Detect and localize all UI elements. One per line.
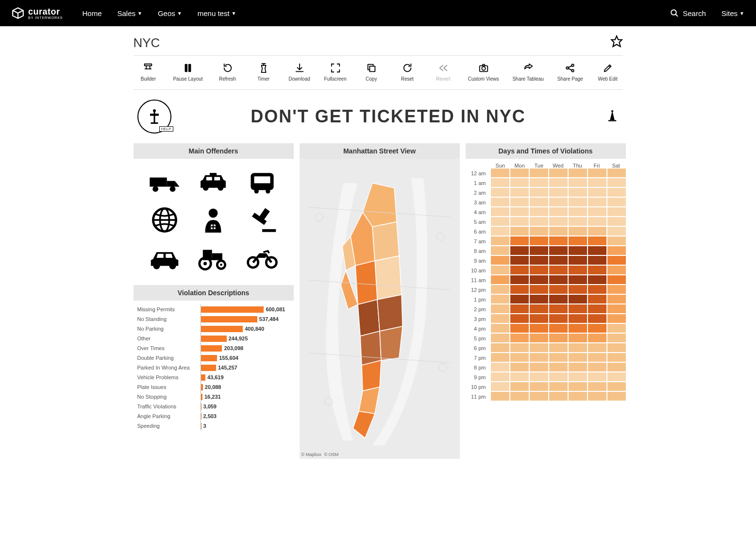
heatmap-cell[interactable] [569,246,587,255]
heatmap-cell[interactable] [588,343,606,352]
heatmap-cell[interactable] [588,256,606,265]
heatmap-cell[interactable] [530,334,548,342]
heatmap-cell[interactable] [491,246,509,255]
heatmap-cell[interactable] [607,168,626,177]
heatmap-cell[interactable] [510,227,529,236]
heatmap-cell[interactable] [510,246,529,255]
nav-link-sales[interactable]: Sales▼ [118,9,142,17]
heatmap-cell[interactable] [569,178,587,187]
heatmap-cell[interactable] [607,178,626,187]
heatmap-cell[interactable] [491,227,509,236]
toolbar-download[interactable]: Download [288,63,311,82]
heatmap-cell[interactable] [510,207,529,216]
heatmap-cell[interactable] [510,314,529,323]
heatmap-cell[interactable] [530,188,548,197]
heatmap-cell[interactable] [549,392,568,401]
heatmap-cell[interactable] [588,275,606,284]
offender-tractor[interactable] [195,243,232,272]
heatmap-cell[interactable] [588,382,606,391]
heatmap-cell[interactable] [549,236,568,245]
heatmap-cell[interactable] [607,324,626,333]
toolbar-web-edit[interactable]: Web Edit [597,63,619,82]
heatmap-cell[interactable] [607,304,626,313]
heatmap-cell[interactable] [588,227,606,236]
violation-row[interactable]: Angle Parking2,503 [137,411,294,421]
map-view[interactable]: © Mapbox © OSM [300,159,460,459]
heatmap-cell[interactable] [549,304,568,313]
heatmap-cell[interactable] [607,285,626,294]
heatmap-cell[interactable] [510,198,529,206]
heatmap-cell[interactable] [569,304,587,313]
offender-taxi[interactable] [195,168,232,197]
heatmap-cell[interactable] [588,304,606,313]
heatmap-cell[interactable] [607,353,626,362]
heatmap-cell[interactable] [569,343,587,352]
heatmap-cell[interactable] [569,275,587,284]
heatmap-cell[interactable] [549,372,568,381]
heatmap-cell[interactable] [491,382,509,391]
violation-row[interactable]: Missing Permits600,081 [137,304,294,314]
heatmap-cell[interactable] [569,227,587,236]
heatmap-cell[interactable] [607,314,626,323]
heatmap-cell[interactable] [491,353,509,362]
heatmap-cell[interactable] [569,392,587,401]
toolbar-share-tableau[interactable]: Share Tableau [512,63,543,82]
toolbar-share-page[interactable]: Share Page [557,63,583,82]
heatmap-cell[interactable] [549,256,568,265]
heatmap-cell[interactable] [607,207,626,216]
heatmap-cell[interactable] [569,188,587,197]
heatmap-cell[interactable] [530,363,548,371]
heatmap-cell[interactable] [607,246,626,255]
heatmap-cell[interactable] [510,256,529,265]
heatmap-cell[interactable] [549,207,568,216]
heatmap-cell[interactable] [569,168,587,177]
heatmap-cell[interactable] [530,285,548,294]
heatmap-cell[interactable] [549,353,568,362]
heatmap-cell[interactable] [491,256,509,265]
heatmap-cell[interactable] [530,275,548,284]
heatmap-cell[interactable] [530,392,548,401]
heatmap-cell[interactable] [588,266,606,274]
heatmap-cell[interactable] [569,198,587,206]
heatmap-cell[interactable] [491,207,509,216]
heatmap-cell[interactable] [530,168,548,177]
heatmap-cell[interactable] [549,217,568,226]
heatmap-cell[interactable] [530,198,548,206]
heatmap-cell[interactable] [530,236,548,245]
heatmap-cell[interactable] [530,324,548,333]
heatmap-cell[interactable] [510,334,529,342]
toolbar-builder[interactable]: Builder [137,63,159,82]
toolbar-custom-views[interactable]: Custom Views [468,63,499,82]
heatmap-cell[interactable] [607,295,626,303]
heatmap-cell[interactable] [491,334,509,342]
heatmap-cell[interactable] [607,392,626,401]
heatmap-cell[interactable] [491,343,509,352]
heatmap-cell[interactable] [530,343,548,352]
heatmap-cell[interactable] [549,285,568,294]
heatmap-cell[interactable] [588,334,606,342]
heatmap-cell[interactable] [588,314,606,323]
heatmap-cell[interactable] [549,188,568,197]
heatmap-cell[interactable] [569,207,587,216]
offender-car[interactable] [146,243,184,272]
heatmap-cell[interactable] [569,266,587,274]
offender-bus[interactable] [244,168,281,197]
toolbar-reset[interactable]: Reset [396,63,419,82]
heatmap-cell[interactable] [549,324,568,333]
violation-row[interactable]: Vehicle Problems43,619 [137,372,294,382]
heatmap-cell[interactable] [588,207,606,216]
heatmap-cell[interactable] [530,372,548,381]
heatmap-cell[interactable] [549,382,568,391]
heatmap-cell[interactable] [607,227,626,236]
sites-dropdown[interactable]: Sites ▼ [722,9,744,17]
offender-gavel[interactable] [244,205,281,235]
heatmap-cell[interactable] [510,392,529,401]
heatmap-cell[interactable] [607,217,626,226]
violation-row[interactable]: No Stopping16,231 [137,392,294,402]
heatmap-cell[interactable] [530,256,548,265]
violation-row[interactable]: Parked In Wrong Area145,257 [137,363,294,372]
heatmap-cell[interactable] [588,353,606,362]
favorite-star-button[interactable] [610,35,623,51]
heatmap-cell[interactable] [510,217,529,226]
heatmap-cell[interactable] [510,372,529,381]
